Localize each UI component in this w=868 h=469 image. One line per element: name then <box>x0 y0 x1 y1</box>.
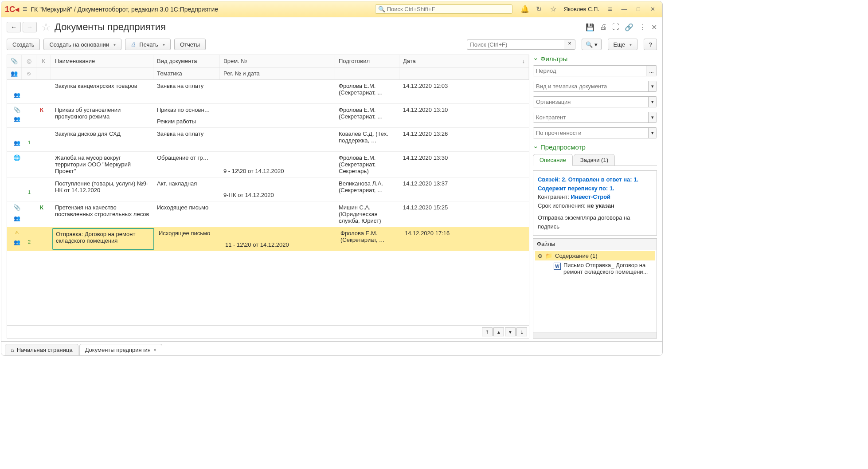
table-row[interactable]: 📎К 👥 Приказ об установлении пропускного … <box>7 104 529 128</box>
table-row[interactable]: 1 Поступление (товары, услуги) №9-НК от … <box>7 177 529 201</box>
file-item[interactable]: W Письмо Отправка_ Договор на ремонт скл… <box>535 260 655 276</box>
nav-up-button[interactable]: ▲ <box>493 327 504 336</box>
dropdown-icon[interactable]: ▾ <box>648 81 657 91</box>
filter-doctype[interactable]: ▾ <box>533 81 657 92</box>
link-icon[interactable]: 🔗 <box>625 23 633 32</box>
preview-body: Отправка экземпляра договора на подпись <box>538 213 652 231</box>
preview-header[interactable]: Предпросмотр <box>533 143 657 151</box>
filters-header[interactable]: Фильтры <box>533 55 657 63</box>
page-title: Документы предприятия <box>55 21 166 33</box>
search-icon: 🔍 <box>378 6 385 12</box>
nav-first-button[interactable]: ⤒ <box>482 327 493 336</box>
collapse-icon[interactable]: ⊖ <box>538 252 543 259</box>
save-icon[interactable]: 💾 <box>586 23 594 32</box>
nav-forward-button[interactable]: → <box>23 22 37 32</box>
files-panel: Файлы ⊖ 📁 Содержание (1) W Письмо Отправ… <box>533 238 657 339</box>
minimize-button[interactable]: — <box>618 3 630 16</box>
table-row[interactable]: 👥1 Закупка дисков для СХД Заявка на опла… <box>7 128 529 152</box>
table-row[interactable]: ⚠ 👥2 Отправка: Договор на ремонт складск… <box>7 227 529 251</box>
col-k[interactable]: К <box>36 55 51 67</box>
col-prepared[interactable]: Подготовил <box>335 55 399 67</box>
global-search-input[interactable] <box>387 6 509 12</box>
filter-contractor[interactable]: ▾ <box>533 112 657 123</box>
col-reg-num[interactable]: Рег. № и дата <box>220 67 335 79</box>
tab-documents[interactable]: Документы предприятия × <box>79 344 162 356</box>
print-button[interactable]: 🖨Печать <box>125 39 171 50</box>
titlebar: 1C◂ ≡ ГК "Меркурий" / Документооборот, р… <box>1 1 662 17</box>
col-status-icon[interactable]: ◎ <box>22 55 36 67</box>
word-icon: W <box>554 263 561 270</box>
dropdown-icon[interactable]: ▾ <box>648 128 657 138</box>
close-tab-icon[interactable]: × <box>153 347 156 353</box>
period-picker-icon[interactable]: … <box>646 66 657 76</box>
nav-back-button[interactable]: ← <box>7 22 21 32</box>
preview-links[interactable]: Связей: 2. Отправлен в ответ на: 1. Соде… <box>538 175 652 193</box>
table-row[interactable]: 📎К 👥 Претензия на качество поставленных … <box>7 201 529 227</box>
kebab-icon[interactable]: ⋮ <box>639 23 646 32</box>
col-temp-num[interactable]: Врем. № <box>220 55 335 67</box>
favorite-icon[interactable]: ☆ <box>41 21 51 33</box>
col-date[interactable]: Дата↓ <box>399 55 529 67</box>
files-scrollbar[interactable] <box>533 332 657 338</box>
files-folder[interactable]: ⊖ 📁 Содержание (1) <box>535 251 655 260</box>
create-based-button[interactable]: Создать на основании <box>43 39 121 50</box>
app-title: ГК "Меркурий" / Документооборот, редакци… <box>31 6 218 13</box>
filter-period[interactable]: … <box>533 65 657 76</box>
toolbar: Создать Создать на основании 🖨Печать Отч… <box>1 37 662 55</box>
col-type[interactable]: Вид документа <box>153 55 220 67</box>
col-tree-icon[interactable]: ⎋ <box>22 67 36 79</box>
col-name[interactable]: Наименование <box>51 55 153 67</box>
logo-1c: 1C◂ <box>5 4 19 14</box>
filter-org[interactable]: ▾ <box>533 96 657 107</box>
more-button[interactable]: Еще <box>608 39 637 50</box>
main-menu-icon[interactable]: ≡ <box>23 4 27 14</box>
preview-contractor[interactable]: Инвест-Строй <box>571 193 610 200</box>
filter-read[interactable]: ▾ <box>533 127 657 138</box>
username[interactable]: Яковлев С.П. <box>561 6 602 12</box>
history-icon[interactable]: ↻ <box>533 3 545 16</box>
tab-tasks[interactable]: Задачи (1) <box>574 154 615 166</box>
preview-icon[interactable]: ⛶ <box>612 23 619 32</box>
page-header: ← → ☆ Документы предприятия 💾 🖨 ⛶ 🔗 ⋮ ✕ <box>1 17 662 37</box>
help-button[interactable]: ? <box>644 39 657 50</box>
files-header: Файлы <box>533 239 657 249</box>
dropdown-icon[interactable]: ▾ <box>648 112 657 122</box>
reports-button[interactable]: Отчеты <box>174 39 206 50</box>
bottom-tabs: ⌂ Начальная страница Документы предприят… <box>1 341 662 355</box>
maximize-button[interactable]: □ <box>632 3 645 16</box>
search-button[interactable]: 🔍 ▾ <box>582 39 602 50</box>
col-users-icon[interactable]: 👥 <box>7 67 22 79</box>
printer-icon: 🖨 <box>131 41 137 48</box>
documents-table: 📎 ◎ К Наименование Вид документа Врем. №… <box>7 55 529 339</box>
close-button[interactable]: ✕ <box>646 3 659 16</box>
folder-icon: 📁 <box>545 252 552 259</box>
sidebar: Фильтры … ▾ ▾ ▾ ▾ Предпросмотр Описание … <box>533 55 657 339</box>
star-icon[interactable]: ☆ <box>547 3 559 16</box>
sort-arrow-icon: ↓ <box>522 58 525 64</box>
preview-content: Связей: 2. Отправлен в ответ на: 1. Соде… <box>533 170 657 236</box>
col-attachment-icon[interactable]: 📎 <box>7 55 22 67</box>
home-icon: ⌂ <box>11 347 14 353</box>
close-page-icon[interactable]: ✕ <box>651 23 657 32</box>
settings-icon[interactable]: ≡ <box>604 3 616 16</box>
print-icon[interactable]: 🖨 <box>600 23 607 32</box>
nav-down-button[interactable]: ▼ <box>505 327 516 336</box>
table-row[interactable]: 🌐 Жалоба на мусор вокруг территории ООО … <box>7 152 529 177</box>
search-clear-button[interactable]: × <box>564 39 575 50</box>
list-search-input[interactable] <box>467 39 564 50</box>
global-search[interactable]: 🔍 <box>375 4 512 14</box>
tab-home[interactable]: ⌂ Начальная страница <box>5 344 78 356</box>
tab-description[interactable]: Описание <box>533 154 573 166</box>
create-button[interactable]: Создать <box>7 39 40 50</box>
table-row[interactable]: 👥 Закупка канцелярских товаров Заявка на… <box>7 80 529 104</box>
nav-last-button[interactable]: ⤓ <box>516 327 527 336</box>
dropdown-icon[interactable]: ▾ <box>648 97 657 107</box>
col-topic[interactable]: Тематика <box>153 67 220 79</box>
bell-icon[interactable]: 🔔 <box>519 3 531 16</box>
